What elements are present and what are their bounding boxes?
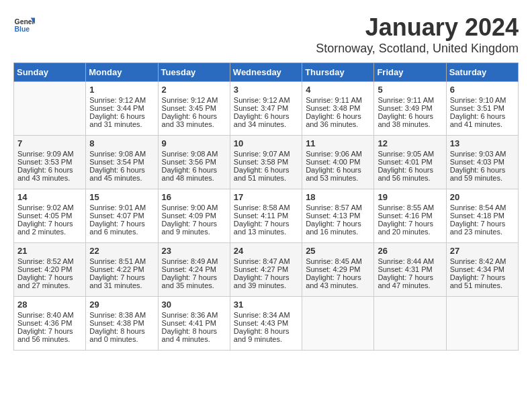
calendar-cell: 25Sunrise: 8:45 AMSunset: 4:29 PMDayligh…	[302, 243, 374, 297]
day-number: 25	[306, 246, 370, 256]
sunrise-text: Sunrise: 8:52 AM	[17, 257, 82, 265]
sunset-text: Sunset: 4:00 PM	[306, 158, 370, 166]
calendar-cell: 14Sunrise: 9:02 AMSunset: 4:05 PMDayligh…	[14, 189, 86, 243]
daylight-text: Daylight: 7 hours and 20 minutes.	[378, 220, 442, 236]
calendar-cell: 16Sunrise: 9:00 AMSunset: 4:09 PMDayligh…	[158, 189, 230, 243]
daylight-text: Daylight: 6 hours and 45 minutes.	[89, 166, 154, 182]
month-title: January 2024	[316, 13, 519, 42]
day-number: 18	[306, 192, 370, 202]
day-number: 13	[450, 138, 515, 148]
sunrise-text: Sunrise: 8:55 AM	[378, 203, 442, 212]
sunset-text: Sunset: 4:31 PM	[378, 265, 442, 273]
daylight-text: Daylight: 6 hours and 59 minutes.	[450, 166, 515, 182]
day-number: 3	[234, 85, 298, 95]
calendar-cell: 5Sunrise: 9:11 AMSunset: 3:49 PMDaylight…	[374, 82, 446, 136]
sunrise-text: Sunrise: 8:45 AM	[306, 257, 370, 265]
sunset-text: Sunset: 4:07 PM	[89, 212, 154, 220]
day-number: 16	[162, 192, 226, 202]
sunset-text: Sunset: 3:54 PM	[89, 158, 154, 166]
day-number: 10	[234, 138, 298, 148]
daylight-text: Daylight: 7 hours and 16 minutes.	[306, 220, 370, 236]
day-number: 28	[17, 300, 82, 310]
daylight-text: Daylight: 6 hours and 38 minutes.	[378, 112, 442, 128]
sunrise-text: Sunrise: 8:54 AM	[450, 203, 515, 212]
calendar-cell: 12Sunrise: 9:05 AMSunset: 4:01 PMDayligh…	[374, 136, 446, 189]
calendar-week-row: 21Sunrise: 8:52 AMSunset: 4:20 PMDayligh…	[14, 243, 519, 297]
sunrise-text: Sunrise: 8:44 AM	[378, 257, 442, 265]
weekday-header-monday: Monday	[86, 63, 158, 82]
day-number: 20	[450, 192, 515, 202]
day-number: 24	[234, 246, 298, 256]
calendar-cell: 23Sunrise: 8:49 AMSunset: 4:24 PMDayligh…	[158, 243, 230, 297]
sunrise-text: Sunrise: 8:51 AM	[89, 257, 154, 265]
weekday-header-sunday: Sunday	[14, 63, 86, 82]
daylight-text: Daylight: 6 hours and 36 minutes.	[306, 112, 370, 128]
calendar-cell: 18Sunrise: 8:57 AMSunset: 4:13 PMDayligh…	[302, 189, 374, 243]
calendar-cell: 26Sunrise: 8:44 AMSunset: 4:31 PMDayligh…	[374, 243, 446, 297]
daylight-text: Daylight: 8 hours and 0 minutes.	[89, 327, 154, 343]
sunrise-text: Sunrise: 8:42 AM	[450, 257, 515, 265]
weekday-header-saturday: Saturday	[446, 63, 518, 82]
sunset-text: Sunset: 4:29 PM	[306, 265, 370, 273]
calendar-cell: 3Sunrise: 9:12 AMSunset: 3:47 PMDaylight…	[230, 82, 302, 136]
daylight-text: Daylight: 6 hours and 43 minutes.	[17, 166, 82, 182]
day-number: 11	[306, 138, 370, 148]
sunrise-text: Sunrise: 8:57 AM	[306, 203, 370, 212]
sunrise-text: Sunrise: 9:08 AM	[162, 150, 226, 158]
day-number: 15	[89, 192, 154, 202]
sunset-text: Sunset: 3:45 PM	[162, 104, 226, 112]
daylight-text: Daylight: 6 hours and 31 minutes.	[89, 112, 154, 128]
day-number: 6	[450, 85, 515, 95]
weekday-header-friday: Friday	[374, 63, 446, 82]
calendar-cell: 20Sunrise: 8:54 AMSunset: 4:18 PMDayligh…	[446, 189, 518, 243]
calendar-cell: 4Sunrise: 9:11 AMSunset: 3:48 PMDaylight…	[302, 82, 374, 136]
daylight-text: Daylight: 6 hours and 48 minutes.	[162, 166, 226, 182]
calendar-cell: 17Sunrise: 8:58 AMSunset: 4:11 PMDayligh…	[230, 189, 302, 243]
day-number: 12	[378, 138, 442, 148]
calendar-cell: 15Sunrise: 9:01 AMSunset: 4:07 PMDayligh…	[86, 189, 158, 243]
daylight-text: Daylight: 7 hours and 51 minutes.	[450, 273, 515, 289]
calendar-cell: 27Sunrise: 8:42 AMSunset: 4:34 PMDayligh…	[446, 243, 518, 297]
daylight-text: Daylight: 7 hours and 56 minutes.	[17, 327, 82, 343]
sunrise-text: Sunrise: 8:49 AM	[162, 257, 226, 265]
daylight-text: Daylight: 6 hours and 33 minutes.	[162, 112, 226, 128]
sunrise-text: Sunrise: 9:11 AM	[306, 96, 370, 104]
calendar-cell: 1Sunrise: 9:12 AMSunset: 3:44 PMDaylight…	[86, 82, 158, 136]
calendar-cell: 7Sunrise: 9:09 AMSunset: 3:53 PMDaylight…	[14, 136, 86, 189]
calendar-cell: 9Sunrise: 9:08 AMSunset: 3:56 PMDaylight…	[158, 136, 230, 189]
sunrise-text: Sunrise: 9:01 AM	[89, 203, 154, 212]
daylight-text: Daylight: 7 hours and 31 minutes.	[89, 273, 154, 289]
daylight-text: Daylight: 7 hours and 2 minutes.	[17, 220, 82, 236]
calendar-cell	[374, 297, 446, 351]
calendar-cell: 10Sunrise: 9:07 AMSunset: 3:58 PMDayligh…	[230, 136, 302, 189]
daylight-text: Daylight: 7 hours and 47 minutes.	[378, 273, 442, 289]
day-number: 7	[17, 138, 82, 148]
sunset-text: Sunset: 3:47 PM	[234, 104, 298, 112]
sunset-text: Sunset: 4:16 PM	[378, 212, 442, 220]
calendar-cell: 6Sunrise: 9:10 AMSunset: 3:51 PMDaylight…	[446, 82, 518, 136]
daylight-text: Daylight: 6 hours and 53 minutes.	[306, 166, 370, 182]
day-number: 1	[89, 85, 154, 95]
daylight-text: Daylight: 7 hours and 27 minutes.	[17, 273, 82, 289]
calendar-week-row: 14Sunrise: 9:02 AMSunset: 4:05 PMDayligh…	[14, 189, 519, 243]
day-number: 31	[234, 300, 298, 310]
daylight-text: Daylight: 8 hours and 4 minutes.	[162, 327, 226, 343]
weekday-header-thursday: Thursday	[302, 63, 374, 82]
day-number: 5	[378, 85, 442, 95]
sunset-text: Sunset: 4:01 PM	[378, 158, 442, 166]
daylight-text: Daylight: 8 hours and 9 minutes.	[234, 327, 298, 343]
calendar-cell: 30Sunrise: 8:36 AMSunset: 4:41 PMDayligh…	[158, 297, 230, 351]
daylight-text: Daylight: 7 hours and 43 minutes.	[306, 273, 370, 289]
day-number: 22	[89, 246, 154, 256]
sunset-text: Sunset: 3:51 PM	[450, 104, 515, 112]
calendar-cell: 22Sunrise: 8:51 AMSunset: 4:22 PMDayligh…	[86, 243, 158, 297]
day-number: 9	[162, 138, 226, 148]
calendar-week-row: 28Sunrise: 8:40 AMSunset: 4:36 PMDayligh…	[14, 297, 519, 351]
sunset-text: Sunset: 4:13 PM	[306, 212, 370, 220]
calendar-cell	[302, 297, 374, 351]
day-number: 30	[162, 300, 226, 310]
day-number: 27	[450, 246, 515, 256]
sunset-text: Sunset: 3:56 PM	[162, 158, 226, 166]
sunset-text: Sunset: 4:43 PM	[234, 319, 298, 327]
calendar-cell: 29Sunrise: 8:38 AMSunset: 4:38 PMDayligh…	[86, 297, 158, 351]
